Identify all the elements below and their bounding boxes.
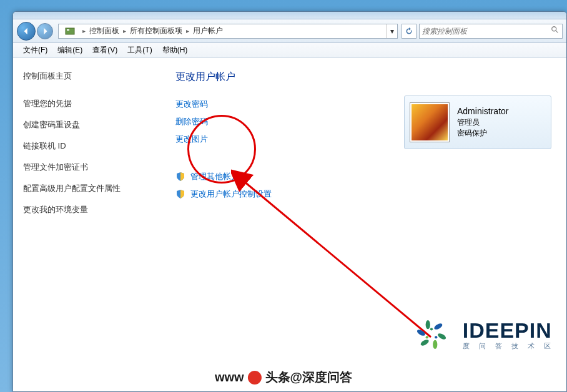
svg-point-8 [416,328,426,336]
sidebar: 控制面板主页 管理您的凭据 创建密码重设盘 链接联机 ID 管理文件加密证书 配… [13,58,157,391]
svg-point-2 [552,26,556,31]
watermark-url-text: 头条@深度问答 [265,369,353,386]
watermark-brand: IDEEPIN [463,318,555,343]
arrow-right-icon [41,27,49,36]
sidebar-link-credentials[interactable]: 管理您的凭据 [23,98,147,109]
link-uac-settings[interactable]: 更改用户帐户控制设置 [175,189,548,200]
svg-point-10 [433,322,443,330]
account-info: Administrator 管理员 密码保护 [457,106,508,139]
menu-help[interactable]: 帮助(H) [157,45,193,56]
breadcrumb-dropdown[interactable]: ▾ [386,24,397,38]
menu-tools[interactable]: 工具(T) [122,45,157,56]
svg-point-5 [436,332,446,340]
navigation-toolbar: ▸ 控制面板 ▸ 所有控制面板项 ▸ 用户帐户 ▾ [13,19,566,43]
svg-point-12 [435,336,437,338]
search-input[interactable] [422,27,551,36]
menu-file[interactable]: 文件(F) [18,45,52,56]
page-heading: 更改用户帐户 [175,71,548,84]
avatar-image [412,104,448,140]
menu-edit[interactable]: 编辑(E) [52,45,87,56]
titlebar [13,12,566,19]
breadcrumb-item[interactable]: 用户帐户 [193,26,223,36]
account-protection: 密码保护 [457,128,508,139]
account-card: Administrator 管理员 密码保护 [404,96,551,149]
svg-point-9 [425,320,430,329]
breadcrumb-item[interactable]: 控制面板 [89,26,119,36]
svg-point-7 [420,338,430,346]
sidebar-link-env-vars[interactable]: 更改我的环境变量 [23,204,147,215]
breadcrumb-separator: ▸ [82,27,86,34]
link-label: 更改用户帐户控制设置 [190,189,272,200]
swirl-icon [409,312,454,357]
sidebar-home-link[interactable]: 控制面板主页 [23,71,147,82]
breadcrumb-separator: ▸ [123,27,126,34]
link-manage-accounts[interactable]: 管理其他帐户 [175,171,548,182]
watermark-logo: IDEEPIN 度 问 答 技 术 区 [409,312,555,357]
svg-rect-0 [66,28,74,34]
sidebar-link-profile[interactable]: 配置高级用户配置文件属性 [23,183,147,194]
breadcrumb-item[interactable]: 所有控制面板项 [130,26,182,36]
forward-button[interactable] [37,23,53,39]
svg-line-3 [556,30,558,32]
sidebar-link-certificates[interactable]: 管理文件加密证书 [23,162,147,173]
watermark-sub: 度 问 答 技 术 区 [463,341,555,351]
sidebar-link-reset-disk[interactable]: 创建密码重设盘 [23,119,147,130]
search-icon [551,26,560,37]
avatar[interactable] [410,102,450,142]
svg-rect-1 [67,29,69,31]
svg-point-6 [433,340,437,349]
sidebar-link-online-id[interactable]: 链接联机 ID [23,140,147,152]
toutiao-icon [248,371,262,385]
svg-point-11 [430,328,433,330]
breadcrumb[interactable]: ▸ 控制面板 ▸ 所有控制面板项 ▸ 用户帐户 ▾ [58,24,398,39]
menu-bar: 文件(F) 编辑(E) 查看(V) 工具(T) 帮助(H) [13,43,566,58]
link-label: 管理其他帐户 [190,171,239,182]
watermark-url-prefix: www [215,370,244,385]
account-role: 管理员 [457,117,508,128]
shield-icon [175,189,185,199]
refresh-button[interactable] [402,24,417,39]
watermark-url: www 头条@深度问答 [215,369,352,386]
account-name: Administrator [457,106,508,116]
control-panel-icon [65,26,75,36]
back-button[interactable] [17,22,36,41]
admin-links: 管理其他帐户 更改用户帐户控制设置 [175,171,548,200]
refresh-icon [405,27,413,35]
menu-view[interactable]: 查看(V) [87,45,122,56]
svg-point-13 [425,336,428,338]
breadcrumb-separator: ▸ [186,27,189,34]
search-box[interactable] [419,24,563,39]
shield-icon [175,172,185,182]
arrow-left-icon [22,27,31,36]
